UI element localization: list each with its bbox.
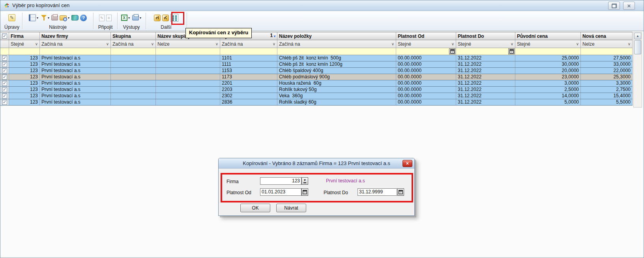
search-cell[interactable] [0, 48, 9, 55]
print-preview-button[interactable]: ▼ [132, 15, 142, 20]
chevron-down-icon: ▼ [47, 17, 50, 19]
cell-nazev-firmy: První testovací a.s [40, 61, 111, 67]
firma-lookup-button[interactable]: ▼ [301, 177, 308, 185]
search-input-nazev-firmy[interactable] [40, 48, 111, 55]
h-button[interactable]: H [154, 15, 161, 21]
dialog-close-button[interactable]: × [402, 160, 412, 167]
calendar-icon [303, 190, 307, 194]
print-button[interactable] [51, 15, 58, 20]
column-header-platnost-od[interactable]: Platnost Od [396, 32, 456, 40]
dialog-title: Kopírování - Vybráno 8 záznamů Firma = 1… [243, 160, 390, 166]
cell-skupina [111, 80, 156, 86]
column-header-skupina[interactable]: Skupina [111, 32, 156, 40]
scroll-up-button[interactable]: ▲ [634, 33, 641, 39]
chevron-up-icon: ▲ [636, 34, 639, 38]
row-checkbox[interactable]: ✓ [0, 80, 9, 86]
arrow-down-icon: ▼ [303, 179, 307, 183]
cell-platnost-do: 31.12.2022 [456, 68, 515, 74]
filter-button[interactable]: ▼ [41, 14, 50, 21]
filter-skupina[interactable]: Začíná na∨ [111, 40, 156, 48]
attach-edit-button[interactable]: ✎ [99, 15, 105, 21]
excel-export-button[interactable]: X▼ [121, 15, 131, 21]
firma-name-text: První testovací a.s [326, 178, 365, 184]
filter-firma[interactable]: Stejné∨ [9, 40, 40, 48]
row-checkbox[interactable]: ✓ [0, 55, 9, 61]
ok-button[interactable]: OK [240, 204, 270, 212]
search-input-skupina[interactable] [111, 48, 156, 55]
platnost-do-input[interactable]: 31.12.9999 [358, 188, 397, 196]
row-checkbox[interactable]: ✓ [0, 61, 9, 67]
edit-button[interactable]: ✎ [8, 14, 15, 21]
cell-nazev-firmy: První testovací a.s [40, 55, 111, 61]
history-button[interactable]: ▼ [60, 15, 70, 20]
help-button[interactable]: ? [80, 15, 87, 21]
table-row[interactable]: ✓ 123 První testovací a.s 1101 Chléb pš … [0, 55, 633, 61]
attach-doc-button[interactable]: ≡ [106, 15, 112, 21]
column-header-platnost-do[interactable]: Platnost Do [456, 32, 515, 40]
grid-search-row [0, 48, 633, 55]
table-row[interactable]: ✓ 123 První testovací a.s 2836 Rohlík sl… [0, 99, 633, 106]
search-input-platnost-do[interactable] [456, 48, 515, 55]
table-row[interactable]: ✓ 123 První testovací a.s 2201 Houska ra… [0, 80, 633, 87]
cell-nova-cena: 27,5000 [581, 55, 633, 61]
search-input-vyrobek[interactable] [220, 48, 277, 55]
chevron-down-icon: ▼ [36, 17, 39, 19]
platnost-od-input[interactable]: 01.01.2023 [260, 188, 301, 196]
table-row[interactable]: ✓ 123 První testovací a.s 2203 Rohlík tu… [0, 87, 633, 93]
calendar-button[interactable] [508, 48, 515, 54]
cell-platnost-od: 00.00.0000 [396, 80, 456, 86]
search-input-firma[interactable] [9, 48, 40, 55]
app-window: Výběr pro kopírování cen × ✎ Úpravy ▼ ▼ … [0, 0, 644, 258]
scroll-thumb[interactable] [634, 40, 641, 54]
firma-input[interactable]: 123 [260, 177, 301, 185]
search-input-platnost-od[interactable] [396, 48, 456, 55]
table-row[interactable]: ✓ 123 První testovací a.s 1111 Chléb pš … [0, 61, 633, 68]
toolbar-separator [22, 13, 22, 29]
platnost-od-calendar-button[interactable] [301, 188, 308, 196]
row-checkbox[interactable]: ✓ [0, 93, 9, 99]
platnost-do-calendar-button[interactable] [397, 188, 404, 196]
journal-button[interactable]: ▼ [29, 14, 39, 21]
filter-vyrobek[interactable]: Začíná na∨ [220, 40, 277, 48]
table-row-selected[interactable]: ✓ 123 První testovací a.s 1173 Chléb pod… [0, 74, 633, 80]
row-checkbox[interactable]: ✓ [0, 74, 9, 80]
table-row[interactable]: ✓ 123 První testovací a.s 1153 Chléb špa… [0, 68, 633, 74]
column-header-nazev-polozky[interactable]: Název položky [277, 32, 396, 40]
restore-button[interactable] [608, 2, 620, 10]
filter-nazev-polozky[interactable]: Začíná na∨ [277, 40, 396, 48]
table-row[interactable]: ✓ 123 První testovací a.s 2302 Veka 360g… [0, 93, 633, 99]
filter-platnost-od[interactable]: Stejné∨ [396, 40, 456, 48]
search-input-nazev-skupiny[interactable] [156, 48, 220, 55]
search-input-nova-cena[interactable] [581, 48, 633, 55]
column-header-firma[interactable]: Firma [9, 32, 40, 40]
filter-nazev-skupiny[interactable]: Nelze∨ [156, 40, 220, 48]
cell-puvodni-cena: 23,0000 [515, 74, 581, 80]
column-header-nazev-firmy[interactable]: Nazev firmy [40, 32, 111, 40]
k-button[interactable]: K [162, 15, 169, 21]
search-input-nazev-polozky[interactable] [277, 48, 396, 55]
column-header-nova-cena[interactable]: Nová cena [581, 32, 633, 40]
filter-nova-cena[interactable]: Nelze∨ [581, 40, 633, 48]
cell-puvodni-cena: 2,5000 [515, 87, 581, 93]
book-button[interactable] [71, 15, 79, 20]
calendar-button[interactable] [449, 48, 455, 54]
column-header-puvodni-cena[interactable]: Původní cena [515, 32, 581, 40]
vertical-scrollbar[interactable]: ▲ [633, 32, 642, 108]
close-button[interactable]: × [623, 2, 635, 10]
filter-platnost-do[interactable]: Stejné∨ [456, 40, 515, 48]
row-checkbox[interactable]: ✓ [0, 99, 9, 105]
navrat-button[interactable]: Návrat [276, 204, 306, 212]
row-checkbox[interactable]: ✓ [0, 68, 9, 74]
search-input-puvodni-cena[interactable] [515, 48, 581, 55]
cell-puvodni-cena: 30,0000 [515, 61, 581, 67]
filter-puvodni-cena[interactable]: Stejné∨ [515, 40, 581, 48]
cell-nazev-firmy: První testovací a.s [40, 87, 111, 93]
attach-doc-icon: ≡ [106, 15, 112, 21]
cell-nova-cena: 15,4000 [581, 93, 633, 99]
cell-platnost-od: 00.00.0000 [396, 61, 456, 67]
filter-nazev-firmy[interactable]: Začíná na∨ [40, 40, 111, 48]
help-icon: ? [80, 15, 87, 21]
row-checkbox[interactable]: ✓ [0, 87, 9, 93]
toolbar-separator [146, 13, 146, 29]
select-all-checkbox[interactable]: ✓ [0, 32, 9, 40]
